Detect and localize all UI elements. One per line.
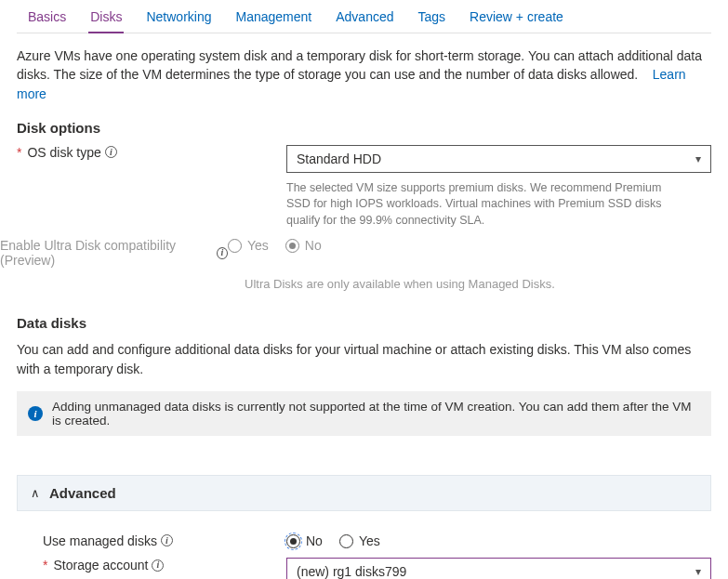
radio-yes-label: Yes [247, 238, 269, 253]
os-disk-type-row: * OS disk type i Standard HDD ▾ The sele… [17, 145, 711, 230]
use-managed-disks-row: Use managed disks i No Yes [17, 533, 711, 549]
advanced-panel: Use managed disks i No Yes * Storage acc… [17, 511, 711, 579]
advanced-title: Advanced [49, 485, 116, 501]
info-icon[interactable]: i [105, 146, 117, 158]
ultra-disk-radio-group: Yes No [228, 238, 333, 253]
tab-disks[interactable]: Disks [88, 4, 124, 33]
radio-yes [228, 239, 242, 253]
radio-no [285, 239, 299, 253]
info-icon: i [28, 406, 43, 421]
ultra-disk-note: Ultra Disks are only available when usin… [245, 277, 711, 291]
storage-account-label: Storage account [53, 558, 148, 572]
radio-no-label: No [306, 533, 323, 548]
os-disk-type-label: OS disk type [27, 145, 100, 160]
required-marker: * [43, 558, 47, 572]
tab-review-create[interactable]: Review + create [468, 4, 565, 33]
managed-disks-radio-group: No Yes [286, 533, 391, 548]
radio-no[interactable] [286, 534, 300, 548]
info-icon[interactable]: i [161, 534, 173, 546]
radio-yes-label: Yes [359, 533, 380, 548]
info-banner: i Adding unmanaged data disks is current… [17, 391, 711, 436]
radio-yes[interactable] [339, 534, 353, 548]
info-icon[interactable]: i [217, 247, 228, 259]
tab-basics[interactable]: Basics [26, 4, 68, 33]
tab-management[interactable]: Management [234, 4, 314, 33]
storage-account-value: (new) rg1 disks799 [297, 564, 406, 579]
use-managed-disks-label: Use managed disks [43, 533, 157, 548]
tab-bar: Basics Disks Networking Management Advan… [17, 0, 711, 33]
os-disk-type-value: Standard HDD [297, 151, 381, 166]
info-icon[interactable]: i [152, 559, 164, 572]
chevron-down-icon: ▾ [695, 565, 701, 578]
required-marker: * [17, 145, 21, 160]
storage-account-row: * Storage account i (new) rg1 disks799 ▾… [17, 558, 711, 579]
os-disk-type-hint: The selected VM size supports premium di… [286, 180, 686, 230]
data-disks-body: You can add and configure additional dat… [17, 340, 711, 378]
os-disk-type-select[interactable]: Standard HDD ▾ [286, 145, 711, 173]
info-banner-text: Adding unmanaged data disks is currently… [52, 400, 700, 428]
storage-account-select[interactable]: (new) rg1 disks799 ▾ [286, 558, 711, 579]
tab-advanced[interactable]: Advanced [334, 4, 395, 33]
ultra-disk-label: Enable Ultra Disk compatibility (Preview… [0, 238, 213, 268]
tab-tags[interactable]: Tags [417, 4, 448, 33]
ultra-disk-row: Enable Ultra Disk compatibility (Preview… [0, 238, 711, 268]
intro-body: Azure VMs have one operating system disk… [17, 48, 702, 82]
disk-options-heading: Disk options [17, 120, 711, 136]
radio-no-label: No [305, 238, 322, 253]
chevron-up-icon: ∧ [31, 486, 40, 500]
chevron-down-icon: ▾ [695, 152, 701, 165]
intro-text: Azure VMs have one operating system disk… [17, 46, 711, 103]
data-disks-heading: Data disks [17, 315, 711, 331]
tab-networking[interactable]: Networking [144, 4, 213, 33]
advanced-toggle[interactable]: ∧ Advanced [17, 475, 711, 511]
